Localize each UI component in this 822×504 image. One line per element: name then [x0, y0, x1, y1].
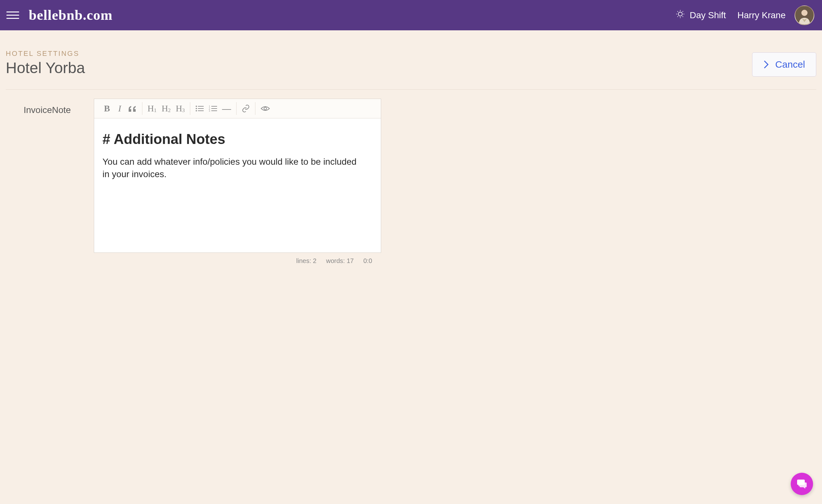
italic-button[interactable]: I — [116, 103, 123, 114]
cancel-label: Cancel — [775, 59, 805, 70]
breadcrumb: HOTEL SETTINGS — [6, 49, 85, 58]
app-logo[interactable]: bellebnb.com — [29, 7, 113, 23]
svg-rect-12 — [198, 106, 203, 107]
svg-rect-22 — [211, 110, 217, 111]
svg-rect-14 — [198, 108, 203, 109]
svg-point-10 — [801, 10, 807, 16]
page-body: HOTEL SETTINGS Hotel Yorba Cancel Invoic… — [0, 30, 822, 278]
link-icon — [242, 104, 250, 113]
cancel-button[interactable]: Cancel — [752, 52, 816, 77]
h3-button[interactable]: H3 — [175, 103, 184, 114]
editor-row: InvoiceNote B I H1 — [6, 99, 816, 265]
editor-paragraph-line: You can add whatever info/policies you w… — [102, 155, 358, 180]
eye-icon — [261, 105, 270, 112]
shift-toggle[interactable]: Day Shift — [676, 9, 726, 21]
link-button[interactable] — [242, 104, 250, 113]
status-cursor: 0:0 — [363, 257, 372, 265]
status-words: words: 17 — [326, 257, 354, 265]
avatar[interactable] — [795, 5, 814, 25]
shift-label: Day Shift — [690, 10, 726, 20]
svg-point-23 — [264, 107, 267, 110]
chevron-right-icon — [763, 60, 769, 69]
page-title: Hotel Yorba — [6, 59, 85, 77]
chat-icon — [796, 478, 808, 490]
bullet-list-icon — [195, 105, 203, 112]
svg-point-11 — [196, 106, 197, 107]
page-header: HOTEL SETTINGS Hotel Yorba Cancel — [6, 49, 816, 90]
svg-point-13 — [196, 108, 197, 109]
sun-icon — [676, 9, 685, 21]
svg-line-8 — [683, 11, 684, 12]
quote-icon — [129, 105, 137, 112]
bullet-list-button[interactable] — [195, 105, 203, 112]
svg-line-7 — [678, 16, 678, 17]
svg-line-3 — [678, 11, 678, 12]
user-menu[interactable]: Harry Krane — [737, 10, 786, 20]
field-label: InvoiceNote — [24, 99, 81, 115]
hr-button[interactable]: — — [222, 103, 231, 114]
svg-rect-16 — [198, 110, 203, 111]
svg-line-4 — [683, 16, 684, 17]
svg-rect-20 — [211, 108, 217, 109]
bold-button[interactable]: B — [103, 103, 111, 114]
editor-statusbar: lines: 2 words: 17 0:0 — [94, 253, 381, 265]
editor-heading-line: # Additional Notes — [102, 131, 373, 147]
preview-button[interactable] — [261, 105, 270, 112]
quote-button[interactable] — [129, 105, 137, 112]
svg-point-0 — [678, 12, 683, 16]
editor-toolbar: B I H1 H2 H3 — [94, 99, 381, 118]
status-lines: lines: 2 — [296, 257, 316, 265]
app-header: bellebnb.com Day Shift Harry Krane — [0, 0, 822, 30]
editor-content[interactable]: # Additional Notes You can add whatever … — [94, 118, 381, 253]
menu-icon[interactable] — [6, 9, 19, 22]
chat-fab[interactable] — [791, 473, 813, 495]
markdown-editor: B I H1 H2 H3 — [94, 99, 381, 253]
ordered-list-icon: 1 2 3 — [209, 105, 217, 112]
svg-text:3: 3 — [209, 109, 210, 112]
ordered-list-button[interactable]: 1 2 3 — [209, 105, 217, 112]
h2-button[interactable]: H2 — [161, 103, 170, 114]
svg-point-15 — [196, 110, 197, 111]
svg-rect-18 — [211, 106, 217, 107]
h1-button[interactable]: H1 — [147, 103, 156, 114]
